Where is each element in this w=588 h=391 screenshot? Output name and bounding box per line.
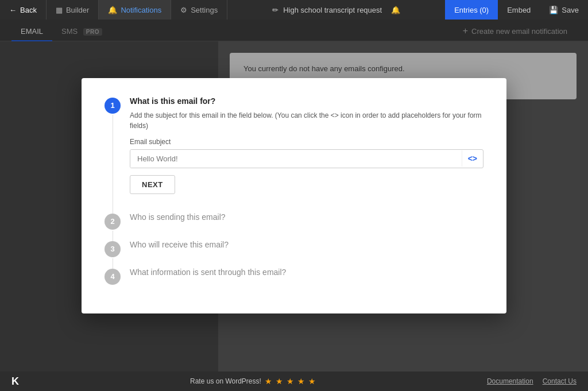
builder-nav-item[interactable]: ▦ Builder <box>47 0 98 20</box>
step-2: 2 Who is sending this email? <box>105 212 483 240</box>
notifications-nav-item[interactable]: 🔔 Notifications <box>99 0 171 20</box>
settings-label: Settings <box>191 6 218 14</box>
rate-section: Rate us on WordPress! ★ ★ ★ ★ ★ <box>190 377 316 386</box>
save-button[interactable]: 💾 Save <box>540 0 588 20</box>
step-2-title: Who is sending this email? <box>130 212 483 222</box>
notifications-label: Notifications <box>121 6 161 14</box>
step-2-content: Who is sending this email? <box>130 212 483 240</box>
footer-links: Documentation Contact Us <box>487 377 577 385</box>
nav-right-actions: Entries (0) Embed 💾 Save <box>445 0 588 20</box>
top-navigation: ← Back ▦ Builder 🔔 Notifications ⚙ Setti… <box>0 0 588 20</box>
step-2-number: 2 <box>105 214 121 230</box>
star-2: ★ <box>276 377 283 386</box>
step-4-title: What information is sent through this em… <box>130 268 483 277</box>
step-3-title: Who will receive this email? <box>130 240 483 249</box>
step-1-title: What is this email for? <box>130 96 483 106</box>
step-1-description: Add the subject for this email in the fi… <box>130 110 483 131</box>
step-4-content: What information is sent through this em… <box>130 268 483 295</box>
step-1: 1 What is this email for? Add the subjec… <box>105 96 483 208</box>
save-label: Save <box>562 6 579 14</box>
settings-icon: ⚙ <box>180 6 187 14</box>
back-icon: ← <box>9 6 17 14</box>
builder-icon: ▦ <box>56 6 63 14</box>
save-icon: 💾 <box>549 6 558 14</box>
step-3-number: 3 <box>105 241 121 257</box>
logo: K <box>11 375 19 388</box>
back-button[interactable]: ← Back <box>0 0 46 20</box>
bell-nav-icon: 🔔 <box>391 6 400 14</box>
step-1-content: What is this email for? Add the subject … <box>130 96 483 208</box>
form-title: High school transcript request <box>283 6 382 14</box>
documentation-link[interactable]: Documentation <box>487 377 533 385</box>
step-connector-1 <box>113 115 113 217</box>
form-edit-icon: ✏ <box>272 6 278 14</box>
form-title-area: ✏ High school transcript request 🔔 <box>227 6 445 14</box>
step-4-number: 4 <box>105 269 121 285</box>
star-4: ★ <box>297 377 305 386</box>
embed-button[interactable]: Embed <box>498 0 540 20</box>
placeholder-icon-button[interactable]: <> <box>462 150 483 167</box>
star-1: ★ <box>265 377 272 386</box>
star-5: ★ <box>308 377 316 386</box>
builder-label: Builder <box>66 6 89 14</box>
email-subject-input-row: <> <box>130 149 483 168</box>
star-3: ★ <box>287 377 294 386</box>
entries-button[interactable]: Entries (0) <box>445 0 498 20</box>
back-label: Back <box>20 6 37 14</box>
step-3: 3 Who will receive this email? <box>105 240 483 268</box>
step-4: 4 What information is sent through this … <box>105 268 483 295</box>
step-1-number: 1 <box>105 98 121 114</box>
email-subject-input[interactable] <box>130 150 462 168</box>
entries-label: Entries (0) <box>454 6 489 14</box>
embed-label: Embed <box>507 6 531 14</box>
step-3-content: Who will receive this email? <box>130 240 483 268</box>
next-button[interactable]: NEXT <box>130 175 175 194</box>
rate-text: Rate us on WordPress! <box>190 377 261 385</box>
settings-nav-item[interactable]: ⚙ Settings <box>171 0 227 20</box>
contact-us-link[interactable]: Contact Us <box>543 377 577 385</box>
email-subject-label: Email subject <box>130 138 483 146</box>
modal-overlay: 1 What is this email for? Add the subjec… <box>0 20 588 371</box>
bell-icon: 🔔 <box>108 6 117 14</box>
email-wizard-modal: 1 What is this email for? Add the subjec… <box>82 78 506 313</box>
page-footer: K Rate us on WordPress! ★ ★ ★ ★ ★ Docume… <box>0 371 588 391</box>
